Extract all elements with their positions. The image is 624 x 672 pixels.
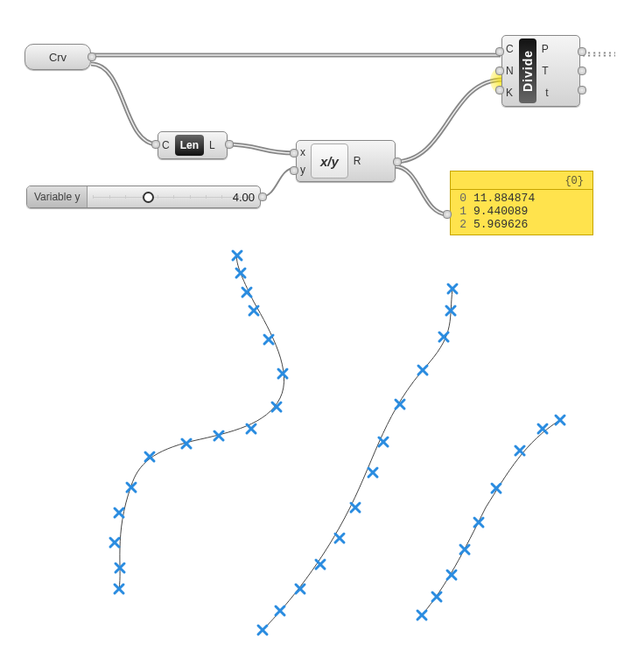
length-in-grip[interactable] (151, 140, 160, 149)
svg-line-36 (296, 584, 305, 593)
svg-line-24 (249, 306, 258, 315)
svg-line-52 (439, 332, 448, 341)
svg-line-23 (264, 335, 273, 344)
svg-line-39 (316, 560, 325, 569)
svg-line-57 (448, 284, 457, 293)
divide-output-t[interactable]: T (542, 65, 548, 77)
divide-output-p[interactable]: P (542, 43, 549, 55)
svg-line-17 (247, 424, 256, 433)
data-panel[interactable]: {0} 011.88487419.44008925.969626 (450, 171, 593, 235)
length-output-l[interactable]: L (209, 139, 215, 151)
divide-outputs: P T t (538, 36, 552, 106)
division-input-y[interactable]: y (300, 164, 305, 176)
divide-input-n[interactable]: N (506, 65, 514, 77)
svg-line-13 (182, 439, 191, 448)
svg-line-10 (145, 452, 154, 461)
svg-line-27 (242, 288, 251, 297)
slider-handle[interactable] (143, 192, 154, 203)
division-output-r[interactable]: R (354, 155, 361, 167)
divide-in3-grip[interactable] (495, 86, 504, 94)
svg-line-41 (335, 534, 344, 542)
svg-line-9 (127, 483, 136, 492)
svg-line-15 (214, 431, 223, 440)
panel-in-grip[interactable] (443, 210, 452, 219)
slider-out-grip[interactable] (258, 192, 267, 201)
svg-line-1 (115, 584, 123, 593)
division-outputs: R (350, 141, 365, 181)
divide-output-t2[interactable]: t (545, 87, 548, 99)
svg-line-28 (236, 269, 245, 277)
svg-line-3 (116, 564, 124, 572)
panel-header: {0} (456, 175, 587, 187)
svg-line-69 (492, 484, 501, 493)
division-component[interactable]: x y x/y R (296, 140, 396, 182)
svg-line-73 (538, 424, 547, 433)
divide-in2-grip[interactable] (495, 66, 504, 75)
divide-curve-component[interactable]: C N K Divide P T t (501, 35, 580, 107)
division-inputs: x y (297, 141, 309, 181)
svg-line-61 (432, 592, 441, 601)
division-out-grip[interactable] (393, 158, 402, 166)
divide-out3-grip[interactable] (578, 86, 586, 94)
svg-line-71 (515, 446, 524, 455)
svg-line-38 (316, 560, 325, 569)
divide-out1-grip[interactable] (578, 47, 586, 56)
divide-in1-grip[interactable] (495, 47, 504, 56)
panel-row: 25.969626 (456, 218, 587, 231)
length-inputs: C (158, 132, 173, 158)
svg-line-45 (368, 468, 377, 477)
number-slider[interactable]: Variable y 4.00 (26, 186, 261, 208)
svg-line-59 (417, 611, 426, 620)
svg-line-14 (214, 431, 223, 440)
division-in1-grip[interactable] (290, 149, 298, 158)
svg-line-68 (492, 484, 501, 493)
svg-line-55 (446, 306, 455, 315)
svg-line-51 (418, 366, 427, 374)
svg-line-66 (474, 518, 483, 527)
svg-line-72 (538, 424, 547, 433)
svg-line-7 (115, 508, 123, 517)
length-component[interactable]: C Len L (158, 131, 228, 159)
svg-line-58 (417, 611, 426, 620)
svg-line-42 (351, 503, 360, 512)
svg-line-46 (379, 438, 388, 446)
svg-line-56 (448, 284, 457, 293)
svg-line-26 (242, 288, 251, 297)
svg-line-37 (296, 584, 305, 593)
svg-line-33 (258, 626, 267, 634)
length-out-grip[interactable] (225, 140, 234, 149)
svg-line-64 (460, 545, 469, 554)
svg-line-18 (272, 402, 281, 411)
slider-label: Variable y (27, 186, 88, 207)
svg-line-53 (439, 332, 448, 341)
divide-core: Divide (519, 38, 536, 103)
svg-line-50 (418, 366, 427, 374)
svg-line-8 (127, 483, 136, 492)
crv-output-grip[interactable] (88, 52, 96, 61)
svg-line-0 (115, 584, 123, 593)
svg-line-34 (276, 606, 284, 615)
svg-line-47 (379, 438, 388, 446)
svg-line-30 (233, 251, 242, 260)
svg-line-44 (368, 468, 377, 477)
slider-track[interactable]: 4.00 (88, 186, 260, 207)
svg-line-62 (447, 570, 456, 579)
divide-input-c[interactable]: C (506, 43, 514, 55)
length-core: Len (175, 135, 204, 156)
divide-input-k[interactable]: K (506, 87, 513, 99)
svg-line-31 (233, 251, 242, 260)
divide-out2-grip[interactable] (578, 66, 586, 75)
crv-param[interactable]: Crv (25, 44, 91, 70)
length-outputs: L (206, 132, 219, 158)
svg-line-21 (278, 369, 287, 378)
panel-row: 19.440089 (456, 205, 587, 218)
divide-inputs: C N K (502, 36, 517, 106)
svg-line-35 (276, 606, 284, 615)
svg-line-43 (351, 503, 360, 512)
length-input-c[interactable]: C (162, 139, 170, 151)
svg-line-67 (474, 518, 483, 527)
division-input-x[interactable]: x (300, 146, 305, 158)
svg-line-32 (258, 626, 267, 634)
division-in2-grip[interactable] (290, 166, 298, 175)
svg-line-54 (446, 306, 455, 315)
